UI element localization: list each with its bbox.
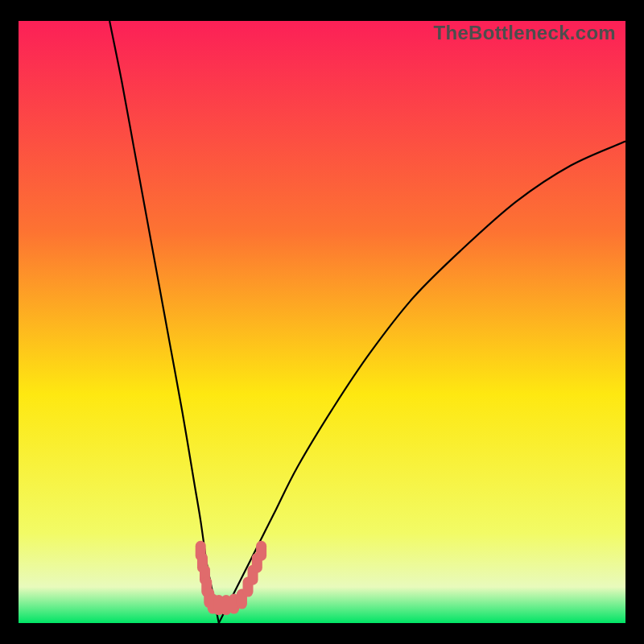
- gradient-bg: [19, 21, 625, 623]
- chart-frame: TheBottleneck.com: [0, 0, 644, 644]
- bottleneck-plot: [19, 21, 625, 623]
- marker-dot: [256, 541, 266, 561]
